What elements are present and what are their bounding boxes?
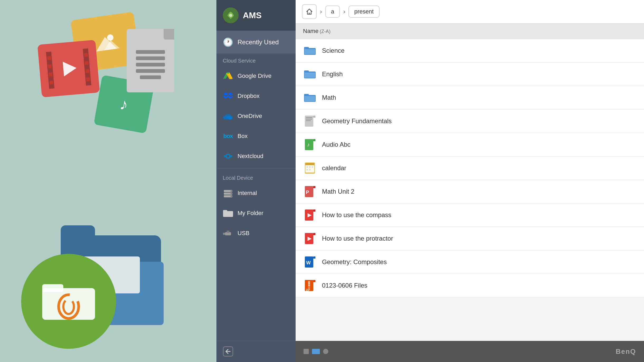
sidebar-item-onedrive[interactable]: OneDrive <box>216 106 296 126</box>
sidebar-item-my-folder[interactable]: My Folder <box>216 203 296 223</box>
svg-text:W: W <box>306 260 311 265</box>
green-circle <box>21 254 116 349</box>
svg-rect-82 <box>308 282 310 283</box>
sidebar-item-internal[interactable]: Internal <box>216 183 296 203</box>
file-item-english[interactable]: English <box>296 63 644 86</box>
file-header: › a › present <box>296 0 644 23</box>
file-item-audio-abc[interactable]: ♪ Audio Abc <box>296 133 644 156</box>
svg-rect-60 <box>309 166 311 168</box>
bottom-bar-dot <box>323 349 328 354</box>
file-name-geometry-composites: Geometry: Composites <box>322 258 387 266</box>
document-card <box>127 29 174 92</box>
svg-rect-58 <box>305 163 314 165</box>
file-geometry-icon <box>303 114 317 128</box>
file-calendar-icon <box>303 161 317 175</box>
svg-rect-87 <box>313 280 315 282</box>
sidebar-item-nextcloud[interactable]: Nextcloud <box>216 146 296 166</box>
svg-rect-48 <box>306 119 312 120</box>
file-name-math-unit-2: Math Unit 2 <box>322 188 354 195</box>
file-item-math-unit-2[interactable]: P Math Unit 2 <box>296 180 644 203</box>
folder-icon <box>42 280 95 322</box>
folder-science-icon <box>303 44 317 58</box>
svg-rect-49 <box>306 120 311 121</box>
file-panel: › a › present Name (Z-A) Science <box>296 0 644 362</box>
svg-text:P: P <box>306 190 309 195</box>
file-name-zip: 0123-0606 Files <box>322 282 367 289</box>
file-word-icon: W <box>303 255 317 269</box>
folder-english-icon <box>303 67 317 81</box>
my-folder-label: My Folder <box>238 210 263 217</box>
back-icon <box>223 346 233 357</box>
ams-logo-icon <box>226 11 235 20</box>
svg-text:♪: ♪ <box>307 142 310 147</box>
breadcrumb-present[interactable]: present <box>348 6 379 18</box>
svg-marker-17 <box>223 96 233 99</box>
box-icon: box <box>223 131 233 141</box>
svg-point-21 <box>226 154 230 158</box>
breadcrumb-home-button[interactable] <box>302 4 317 19</box>
svg-text:ZIP: ZIP <box>306 289 310 292</box>
file-name-audio-abc: Audio Abc <box>322 141 351 148</box>
bottom-bar-indicator <box>304 349 309 354</box>
svg-rect-51 <box>313 116 315 118</box>
svg-rect-63 <box>309 169 311 170</box>
file-video-protractor-icon <box>303 232 317 245</box>
dropbox-icon <box>223 91 233 101</box>
recently-used-item[interactable]: 🕐 Recently Used <box>216 31 296 54</box>
google-drive-icon <box>223 71 233 81</box>
svg-rect-62 <box>306 169 308 170</box>
svg-marker-16 <box>223 92 233 96</box>
file-name-science: Science <box>322 47 344 54</box>
folder-math-icon <box>303 91 317 104</box>
sidebar-item-box[interactable]: box Box <box>216 126 296 146</box>
file-item-geometry-fundamentals[interactable]: Geometry Fundamentals <box>296 109 644 133</box>
google-drive-label: Google Drive <box>238 73 271 79</box>
dropbox-label: Dropbox <box>238 93 259 99</box>
breadcrumb-a[interactable]: a <box>325 6 340 18</box>
separator <box>216 168 296 169</box>
svg-point-28 <box>231 193 232 194</box>
onedrive-label: OneDrive <box>238 113 262 120</box>
sidebar-item-usb[interactable]: USB <box>216 223 296 243</box>
svg-rect-45 <box>305 96 315 101</box>
svg-rect-71 <box>313 209 315 212</box>
file-item-compass[interactable]: How to use the compass <box>296 203 644 227</box>
sort-bar: Name (Z-A) <box>296 23 644 39</box>
sort-order: (Z-A) <box>320 29 330 34</box>
svg-point-20 <box>225 114 231 118</box>
file-name-english: English <box>322 70 343 78</box>
svg-rect-31 <box>223 210 227 213</box>
internal-icon <box>223 188 233 198</box>
svg-rect-84 <box>308 285 310 286</box>
svg-rect-42 <box>305 73 315 78</box>
svg-rect-36 <box>309 13 310 14</box>
file-item-protractor[interactable]: How to use the protractor <box>296 227 644 250</box>
svg-rect-47 <box>306 117 312 118</box>
recently-used-label: Recently Used <box>238 39 279 46</box>
illustration-panel: ♪ <box>0 0 216 362</box>
usb-icon <box>223 228 233 239</box>
file-item-math[interactable]: Math <box>296 86 644 109</box>
internal-label: Internal <box>238 190 257 197</box>
bottom-bar: BenQ <box>296 341 644 362</box>
local-device-label: Local Device <box>216 171 296 183</box>
my-folder-icon <box>223 208 233 218</box>
file-item-science[interactable]: Science <box>296 39 644 63</box>
svg-point-29 <box>231 196 232 197</box>
sidebar-item-dropbox[interactable]: Dropbox <box>216 86 296 106</box>
svg-point-22 <box>224 155 226 158</box>
app-title: AMS <box>243 11 262 20</box>
bottom-bar-usb-indicator <box>312 349 320 354</box>
svg-rect-67 <box>313 186 315 188</box>
back-button[interactable] <box>223 346 289 357</box>
onedrive-icon <box>223 111 233 121</box>
svg-rect-34 <box>223 233 225 235</box>
file-name-compass: How to use the compass <box>322 211 391 219</box>
file-item-zip[interactable]: ZIP 0123-0606 Files <box>296 274 644 297</box>
file-item-calendar[interactable]: calendar <box>296 156 644 180</box>
svg-rect-83 <box>308 283 310 284</box>
svg-rect-79 <box>313 256 315 259</box>
sidebar-item-google-drive[interactable]: Google Drive <box>216 66 296 86</box>
cloud-service-label: Cloud Service <box>216 54 296 66</box>
file-item-geometry-composites[interactable]: W Geometry: Composites <box>296 250 644 274</box>
